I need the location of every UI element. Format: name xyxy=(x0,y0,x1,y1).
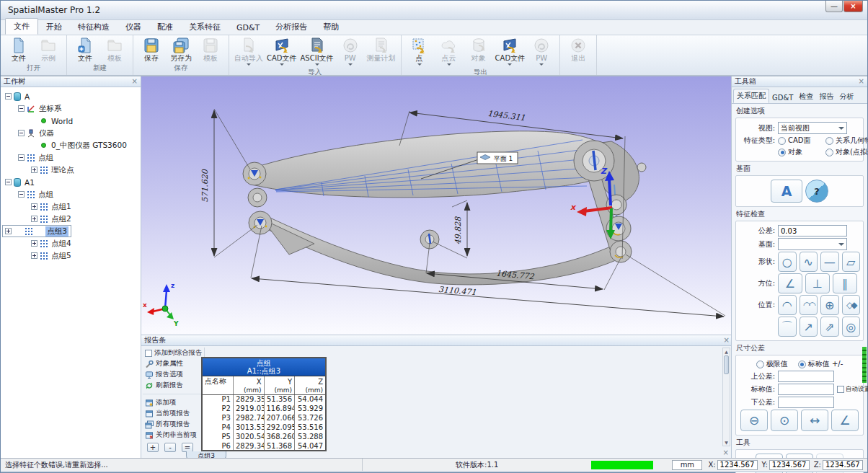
checkbox-icon[interactable] xyxy=(145,350,152,357)
title-bar[interactable]: SpatialMaster Pro 1.2 — × xyxy=(1,1,867,20)
import-ascii-file-button[interactable]: ASCII文件 xyxy=(299,37,335,68)
radio-icon[interactable] xyxy=(825,149,833,156)
tree-item-part-a1[interactable]: A1 xyxy=(2,176,139,188)
tab-feature-construct[interactable]: 特征构造 xyxy=(70,19,118,35)
table-row[interactable]: P12829.35151.35654.044 xyxy=(203,394,325,404)
tree-item-pointgroup-4[interactable]: 点组4 xyxy=(2,237,139,249)
scroll-up-icon[interactable]: ▲ xyxy=(723,348,730,355)
add-to-summary-report-checkbox[interactable]: 添加到综合报告 xyxy=(143,348,204,358)
concentricity-button[interactable]: ◎ xyxy=(842,317,861,337)
tab-gdt[interactable]: GD&T xyxy=(769,92,796,103)
tab-report[interactable]: 报告 xyxy=(816,90,836,103)
distance-dim-button[interactable]: ↔ xyxy=(801,410,828,431)
close-non-current-button[interactable]: 关闭非当前项 xyxy=(143,430,204,441)
close-button[interactable]: × xyxy=(843,1,863,12)
report-options-button[interactable]: 报告选项 xyxy=(143,369,204,380)
datum-letter-button[interactable]: A xyxy=(771,180,802,203)
close-icon[interactable]: × xyxy=(859,78,864,85)
scroll-down-icon[interactable]: ▼ xyxy=(723,439,730,446)
lower-tolerance-input[interactable] xyxy=(778,397,834,408)
total-runout-button[interactable]: ⇗ xyxy=(820,317,839,337)
export-cad-file-button[interactable]: CAD文件 xyxy=(494,37,527,68)
parallelism-button[interactable]: ∥ xyxy=(833,273,857,293)
minimize-button[interactable]: — xyxy=(825,1,843,12)
tree-item-coordsys[interactable]: 坐标系 xyxy=(2,102,139,115)
tree-item-theoretical-points[interactable]: 理论点 xyxy=(2,164,139,176)
import-pw-button[interactable]: PW xyxy=(336,37,365,68)
expand-icon[interactable] xyxy=(31,167,37,173)
viewport-3d[interactable]: 1945.311 571.620 49.828 1645.772 3110.47… xyxy=(141,76,732,335)
open-sample-button[interactable]: 示例 xyxy=(34,37,63,62)
table-row[interactable]: P43013.532292.09553.516 xyxy=(203,423,325,432)
symmetry-button[interactable]: ◇◆ xyxy=(842,295,861,315)
tree-item-pointgroup-root[interactable]: 点组 xyxy=(2,151,139,164)
export-pw-button[interactable]: PW xyxy=(527,37,556,68)
close-icon[interactable]: × xyxy=(132,78,138,85)
runout-button[interactable]: ↗ xyxy=(800,317,818,337)
flatness-button[interactable]: ▱ xyxy=(842,252,861,272)
checkbox-icon[interactable] xyxy=(837,386,844,393)
tab-file[interactable]: 文件 xyxy=(5,18,38,35)
tab-start[interactable]: 开始 xyxy=(38,19,70,35)
diameter-dim-button[interactable]: ⊖ xyxy=(740,410,768,431)
tab-analysis-report[interactable]: 分析报告 xyxy=(267,19,315,35)
tab-alignment[interactable]: 配准 xyxy=(149,19,181,35)
table-row[interactable]: P32982.743207.06653.726 xyxy=(203,413,325,423)
table-row[interactable]: P62829.34651.36854.047 xyxy=(203,441,325,451)
angularity-button[interactable]: ∠ xyxy=(778,273,802,293)
tree-item-pointgroup-3-selected[interactable]: 点组3 xyxy=(2,225,71,237)
datum-select[interactable] xyxy=(778,238,847,250)
report-scrollbar[interactable]: ▲ ▼ xyxy=(722,348,730,446)
roundness-button[interactable]: ○ xyxy=(778,252,797,272)
collapse-icon[interactable] xyxy=(5,179,12,185)
tree-item-pointgroup-1[interactable]: 点组1 xyxy=(2,200,139,213)
tab-analysis[interactable]: 分析 xyxy=(836,90,856,103)
z-coordinate-field[interactable] xyxy=(823,460,863,470)
export-object-button[interactable]: 对象 xyxy=(464,37,493,62)
radio-icon[interactable] xyxy=(798,361,806,368)
current-item-report-button[interactable]: 当前项报告 xyxy=(143,408,204,419)
expand-icon[interactable] xyxy=(5,228,12,234)
zoom-out-button[interactable]: - xyxy=(164,443,176,452)
angle-dim-button[interactable]: ∠ xyxy=(831,410,859,431)
new-template-button[interactable]: 模板 xyxy=(100,37,129,62)
radio-nominal-value[interactable]: 标称值 +/- xyxy=(798,359,843,369)
tab-relation-feature[interactable]: 关系特征 xyxy=(181,19,229,35)
collapse-icon[interactable] xyxy=(18,154,25,161)
close-icon[interactable]: × xyxy=(723,449,729,456)
tree-item-pointgroup-2[interactable]: 点组2 xyxy=(2,213,139,225)
resize-gripper[interactable] xyxy=(862,347,867,383)
tab-inspect[interactable]: 检查 xyxy=(796,90,816,103)
tree-item-instrument-gts3600[interactable]: 0_中图仪器 GTS3600 xyxy=(2,139,139,151)
model-middle-boss[interactable] xyxy=(420,230,439,249)
open-file-button[interactable]: 文件 xyxy=(4,37,33,62)
radio-object-point-fit[interactable]: 对象(点拟合) xyxy=(825,147,868,157)
expand-icon[interactable] xyxy=(31,240,37,247)
radio-limit-value[interactable]: 极限值 xyxy=(756,359,788,369)
x-coordinate-field[interactable] xyxy=(717,460,758,470)
surface-profile-button[interactable]: ◠◠ xyxy=(800,295,818,315)
profile-button[interactable]: ∿ xyxy=(800,252,818,272)
tab-relation-match[interactable]: 关系匹配 xyxy=(733,89,769,103)
all-items-report-button[interactable]: 所有项报告 xyxy=(143,419,204,430)
expand-icon[interactable] xyxy=(31,203,37,210)
point-group-table[interactable]: 点组 A1::点组3 点名称XYZ (mm)(mm)(mm) P12829.35… xyxy=(201,357,327,451)
table-row[interactable]: P22919.038116.89453.929 xyxy=(203,404,325,413)
y-coordinate-field[interactable] xyxy=(769,460,810,470)
collapse-icon[interactable] xyxy=(5,93,12,100)
auto-nominal-checkbox[interactable]: 自动设置标称值 xyxy=(837,385,868,394)
datum-target-button[interactable]: ? xyxy=(805,180,828,203)
line-profile-button[interactable]: ◠ xyxy=(778,295,797,315)
collapse-icon[interactable] xyxy=(18,105,25,112)
save-as-button[interactable]: 另存为 xyxy=(167,37,195,62)
export-pointcloud-button[interactable]: 点云 xyxy=(435,37,464,68)
position-button[interactable]: ⊕ xyxy=(820,295,839,315)
refresh-report-button[interactable]: 刷新报告 xyxy=(143,380,204,391)
tree-item-instruments[interactable]: 仪器 xyxy=(2,127,139,139)
tab-help[interactable]: 帮助 xyxy=(315,19,347,35)
arc-button[interactable]: ⌒ xyxy=(778,317,797,337)
scrollbar-thumb[interactable] xyxy=(724,355,729,374)
export-points-button[interactable]: 点 xyxy=(405,37,434,68)
collapse-icon[interactable] xyxy=(18,130,25,136)
auto-import-button[interactable]: 自动导入 xyxy=(233,37,265,68)
